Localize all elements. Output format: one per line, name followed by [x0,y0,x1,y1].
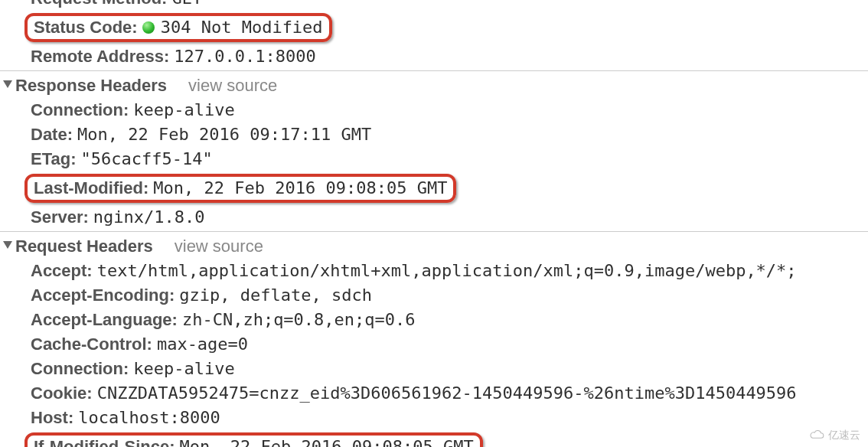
row-req-accept-encoding: Accept-Encoding: gzip, deflate, sdch [0,283,868,308]
section-title-request: Request Headers [15,237,153,256]
section-response-headers[interactable]: Response Headers view source [0,70,868,98]
row-resp-date: Date: Mon, 22 Feb 2016 09:17:11 GMT [0,122,868,147]
value-resp-date: Mon, 22 Feb 2016 09:17:11 GMT [77,125,371,144]
highlight-last-modified: Last-Modified: Mon, 22 Feb 2016 09:08:05… [24,174,456,203]
label-status-code: Status Code: [34,18,138,38]
watermark: 亿速云 [808,429,860,442]
value-resp-server: nginx/1.8.0 [93,207,205,227]
value-resp-connection: keep-alive [133,100,234,119]
cloud-icon [808,430,825,441]
value-req-if-modified-since: Mon, 22 Feb 2016 09:08:05 GMT [180,437,474,447]
label-req-cache-control: Cache-Control: [31,334,152,354]
row-req-accept: Accept: text/html,application/xhtml+xml,… [0,259,868,283]
value-resp-etag: "56cacff5-14" [80,149,212,168]
row-remote-address: Remote Address: 127.0.0.1:8000 [0,44,868,69]
label-remote-address: Remote Address: [31,47,169,67]
row-req-cache-control: Cache-Control: max-age=0 [0,332,868,357]
row-req-connection: Connection: keep-alive [0,357,868,381]
row-status-code: Status Code: 304 Not Modified [0,11,868,44]
section-title-response: Response Headers [15,76,167,96]
row-request-method: Request Method: GET [0,0,868,11]
row-req-accept-language: Accept-Language: zh-CN,zh;q=0.8,en;q=0.6 [0,308,868,332]
label-req-connection: Connection: [31,359,129,379]
section-request-headers[interactable]: Request Headers view source [0,231,868,259]
label-req-accept-language: Accept-Language: [31,310,178,330]
label-request-method: Request Method: [31,0,167,8]
view-source-response[interactable]: view source [188,76,277,96]
value-req-host: localhost:8000 [78,408,220,427]
row-resp-server: Server: nginx/1.8.0 [0,205,868,230]
chevron-down-icon[interactable] [3,80,12,88]
label-resp-etag: ETag: [31,149,76,169]
row-req-cookie: Cookie: CNZZDATA5952475=cnzz_eid%3D60656… [0,381,868,406]
value-status-code: 304 Not Modified [161,18,323,37]
row-req-if-modified-since: If-Modified-Since: Mon, 22 Feb 2016 09:0… [0,430,868,447]
label-resp-date: Date: [31,125,73,145]
value-request-method: GET [171,0,202,8]
value-req-connection: keep-alive [133,359,234,378]
value-req-cookie: CNZZDATA5952475=cnzz_eid%3D606561962-145… [97,383,797,403]
value-req-accept: text/html,application/xhtml+xml,applicat… [97,261,797,280]
value-req-accept-encoding: gzip, deflate, sdch [179,285,372,305]
status-dot-icon [142,21,155,34]
label-resp-connection: Connection: [31,100,129,120]
label-resp-last-modified: Last-Modified: [34,178,148,198]
highlight-if-modified-since: If-Modified-Since: Mon, 22 Feb 2016 09:0… [24,432,483,447]
row-resp-last-modified: Last-Modified: Mon, 22 Feb 2016 09:08:05… [0,171,868,205]
label-req-accept: Accept: [31,261,93,281]
view-source-request[interactable]: view source [175,237,263,256]
label-req-accept-encoding: Accept-Encoding: [31,285,175,305]
value-remote-address: 127.0.0.1:8000 [174,47,315,66]
label-req-host: Host: [31,408,73,428]
label-req-if-modified-since: If-Modified-Since: [34,437,175,447]
value-req-accept-language: zh-CN,zh;q=0.8,en;q=0.6 [182,310,416,329]
row-req-host: Host: localhost:8000 [0,406,868,430]
row-resp-etag: ETag: "56cacff5-14" [0,147,868,171]
value-req-cache-control: max-age=0 [157,334,248,354]
watermark-text: 亿速云 [828,429,860,442]
value-resp-last-modified: Mon, 22 Feb 2016 09:08:05 GMT [153,178,447,197]
highlight-status-code: Status Code: 304 Not Modified [24,13,332,42]
label-resp-server: Server: [31,207,89,227]
row-resp-connection: Connection: keep-alive [0,98,868,122]
label-req-cookie: Cookie: [31,383,93,403]
chevron-down-icon[interactable] [3,241,12,249]
